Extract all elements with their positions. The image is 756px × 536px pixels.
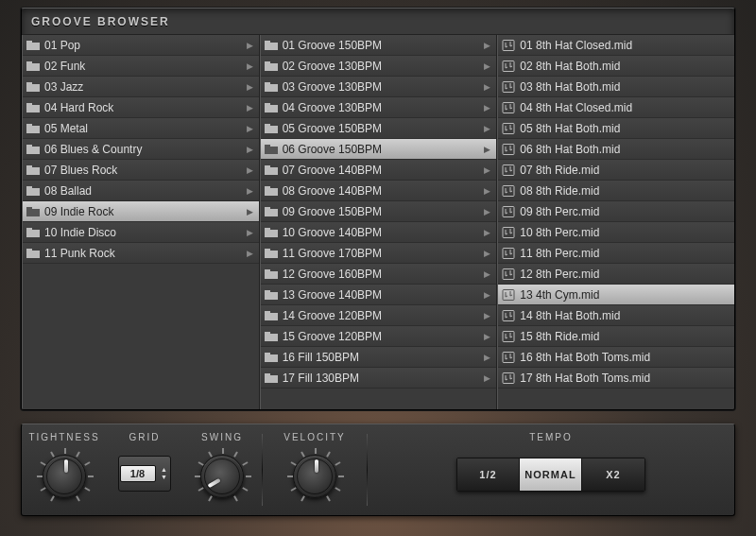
row-label: 11 Punk Rock [44,247,115,260]
midi-file-icon [502,61,515,72]
chevron-right-icon: ▶ [484,290,490,300]
tempo-button-normal[interactable]: NORMAL [520,458,582,491]
file-row[interactable]: 01 8th Hat Closed.mid [498,35,734,56]
tempo-button-x2[interactable]: X2 [582,458,644,491]
svg-rect-23 [265,43,278,50]
file-row[interactable]: 14 8th Hat Both.mid [498,305,734,326]
folder-row[interactable]: 11 Punk Rock▶ [23,243,259,264]
row-label: 07 Blues Rock [44,164,117,177]
file-row[interactable]: 15 8th Ride.mid [498,326,734,347]
velocity-label: VELOCITY [284,432,345,442]
folder-row[interactable]: 16 Fill 150BPM▶ [261,347,497,368]
svg-rect-64 [503,206,514,216]
folder-row[interactable]: 07 Groove 140BPM▶ [261,160,497,181]
file-row[interactable]: 16 8th Hat Both Toms.mid [498,347,734,368]
file-row[interactable]: 05 8th Hat Both.mid [498,118,734,139]
tempo-group: TEMPO 1/2NORMALX2 [368,424,734,515]
velocity-knob[interactable] [293,455,336,498]
midi-file-icon [502,185,515,197]
chevron-right-icon: ▶ [247,41,253,50]
file-row[interactable]: 10 8th Perc.mid [498,222,734,243]
row-label: 07 8th Ride.mid [520,164,599,177]
folder-row[interactable]: 01 Pop▶ [23,35,259,56]
folder-row[interactable]: 12 Groove 160BPM▶ [261,264,497,285]
folder-row[interactable]: 09 Indie Rock▶ [23,201,259,222]
midi-file-icon [502,164,515,176]
folder-row[interactable]: 02 Groove 130BPM▶ [261,56,497,77]
folder-row[interactable]: 04 Hard Rock▶ [23,97,259,118]
svg-rect-59 [503,102,514,112]
folder-row[interactable]: 08 Ballad▶ [23,181,259,201]
svg-rect-1 [26,43,40,50]
row-label: 08 8th Ride.mid [520,184,599,198]
folder-row[interactable]: 09 Groove 150BPM▶ [261,201,497,222]
chevron-right-icon: ▶ [247,124,253,133]
file-row[interactable]: 09 8th Perc.mid [498,201,734,222]
file-row[interactable]: 11 8th Perc.mid [498,243,734,264]
groove-browser-title: GROOVE BROWSER [22,9,734,34]
folder-row[interactable]: 02 Funk▶ [23,56,259,77]
folder-row[interactable]: 10 Groove 140BPM▶ [261,222,497,243]
svg-rect-61 [503,144,514,154]
row-label: 13 Groove 140BPM [283,288,382,302]
svg-rect-72 [503,372,514,383]
file-row[interactable]: 02 8th Hat Both.mid [498,56,734,77]
grid-up-icon[interactable]: ▲ [159,466,170,474]
folder-row[interactable]: 04 Groove 130BPM▶ [261,97,497,118]
row-label: 10 Groove 140BPM [283,226,382,239]
svg-rect-45 [265,271,278,279]
folder-row[interactable]: 10 Indie Disco▶ [23,222,259,243]
folder-icon [265,185,278,197]
file-row[interactable]: 12 8th Perc.mid [498,264,734,285]
row-label: 04 8th Hat Closed.mid [520,101,632,114]
svg-rect-58 [503,81,514,92]
file-row[interactable]: 17 8th Hat Both Toms.mid [498,368,734,389]
folder-row[interactable]: 17 Fill 130BPM▶ [261,368,497,389]
tempo-button-12[interactable]: 1/2 [457,458,520,491]
grid-down-icon[interactable]: ▼ [159,474,170,481]
file-row[interactable]: 04 8th Hat Closed.mid [498,97,734,118]
folder-row[interactable]: 06 Blues & Country▶ [23,139,259,160]
folder-row[interactable]: 11 Groove 170BPM▶ [261,243,497,264]
folder-row[interactable]: 14 Groove 120BPM▶ [261,305,497,326]
row-label: 03 Groove 130BPM [283,80,382,94]
chevron-right-icon: ▶ [484,186,490,196]
folder-row[interactable]: 07 Blues Rock▶ [23,160,259,181]
file-row[interactable]: 06 8th Hat Both.mid [498,139,734,160]
swing-knob-ring [194,448,250,505]
grid-group: GRID 1/8 ▲ ▼ [107,424,182,515]
file-row[interactable]: 13 4th Cym.mid [498,285,734,305]
browser-column-file[interactable]: 01 8th Hat Closed.mid02 8th Hat Both.mid… [497,35,734,409]
chevron-right-icon: ▶ [484,103,490,112]
file-row[interactable]: 08 8th Ride.mid [498,181,734,201]
controls-panel: TIGHTNESS GRID 1/8 ▲ ▼ SWING VELOCITY [21,424,735,516]
file-row[interactable]: 07 8th Ride.mid [498,160,734,181]
folder-icon [26,81,40,93]
folder-row[interactable]: 01 Groove 150BPM▶ [261,35,497,56]
folder-row[interactable]: 08 Groove 140BPM▶ [261,181,497,201]
row-label: 04 Hard Rock [44,101,113,114]
row-label: 10 8th Perc.mid [520,226,599,239]
tightness-knob[interactable] [43,455,86,498]
folder-row[interactable]: 05 Metal▶ [23,118,259,139]
browser-column-groove[interactable]: 01 Groove 150BPM▶02 Groove 130BPM▶03 Gro… [260,35,498,409]
swing-knob[interactable] [200,455,244,498]
folder-row[interactable]: 03 Groove 130BPM▶ [261,77,497,97]
chevron-right-icon: ▶ [484,82,490,92]
folder-row[interactable]: 13 Groove 140BPM▶ [261,285,497,305]
chevron-right-icon: ▶ [484,249,490,258]
chevron-right-icon: ▶ [484,332,490,341]
grid-stepper[interactable]: 1/8 ▲ ▼ [118,456,171,492]
row-label: 16 8th Hat Both Toms.mid [520,351,650,364]
folder-icon [26,185,40,197]
file-row[interactable]: 03 8th Hat Both.mid [498,77,734,97]
folder-row[interactable]: 03 Jazz▶ [23,77,259,97]
browser-column-genre[interactable]: 01 Pop▶02 Funk▶03 Jazz▶04 Hard Rock▶05 M… [22,35,260,409]
svg-rect-11 [26,147,40,154]
folder-row[interactable]: 05 Groove 150BPM▶ [261,118,497,139]
svg-rect-53 [265,354,278,362]
folder-row[interactable]: 15 Groove 120BPM▶ [261,326,497,347]
folder-icon [26,102,40,113]
folder-row[interactable]: 06 Groove 150BPM▶ [261,139,497,160]
folder-icon [265,144,278,155]
